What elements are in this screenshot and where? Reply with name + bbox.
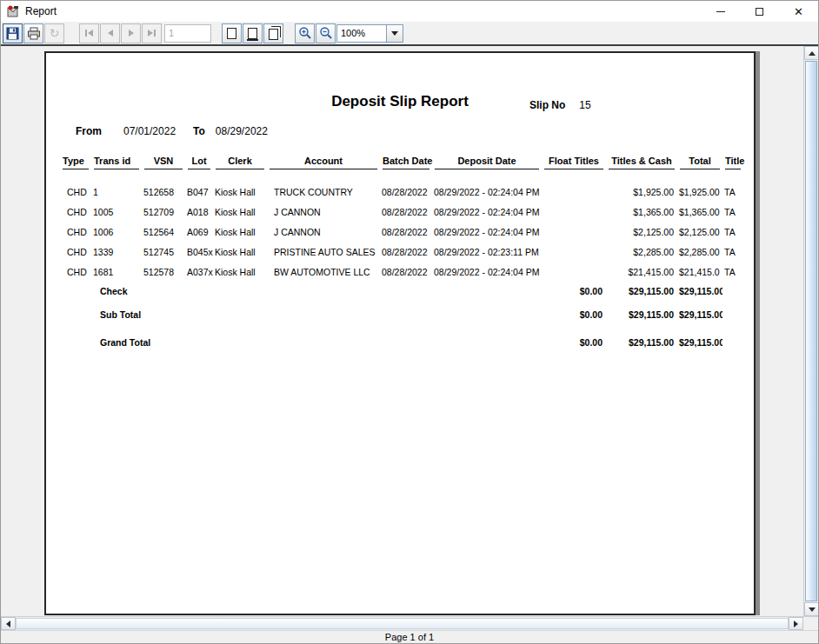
check-total-label: Check — [91, 282, 542, 301]
page-number-input[interactable] — [164, 24, 211, 43]
print-button[interactable] — [23, 23, 43, 43]
close-icon: ✕ — [794, 6, 803, 17]
cell-batch-date: 08/28/2022 — [380, 202, 432, 222]
cell-clerk: Kiosk Hall — [213, 202, 267, 222]
zoom-out-button[interactable] — [316, 23, 336, 43]
cell-lot: A037x — [185, 262, 213, 282]
from-value: 07/01/2022 — [123, 125, 176, 137]
previous-page-button[interactable] — [100, 23, 120, 43]
chevron-down-icon — [391, 31, 398, 36]
grand-total-total: $29,115.00 — [677, 333, 722, 352]
cell-lot: A018 — [185, 202, 213, 222]
triangle-right-icon — [794, 621, 798, 627]
cell-total: $1,925.00 — [677, 182, 722, 202]
scroll-right-button[interactable] — [789, 617, 803, 630]
close-button[interactable]: ✕ — [779, 1, 818, 22]
col-header-trans-id: Trans id — [91, 156, 142, 169]
scroll-down-button[interactable] — [804, 602, 818, 616]
report-title: Deposit Slip Report — [46, 93, 754, 110]
sub-total-titles-cash: $29,115.00 — [606, 305, 677, 324]
slip-number: Slip No15 — [529, 99, 591, 111]
check-total-row: Check $0.00 $29,115.00 $29,115.00 — [60, 282, 743, 301]
sub-total-label: Sub Total — [91, 305, 542, 324]
multi-page-view-button[interactable] — [263, 23, 283, 43]
cell-type: CHD — [60, 222, 91, 242]
save-icon — [6, 27, 19, 40]
next-page-button[interactable] — [121, 23, 141, 43]
col-header-account: Account — [267, 156, 380, 169]
cell-trans-id: 1006 — [91, 222, 142, 242]
report-viewport: Deposit Slip Report Slip No15 From 07/01… — [1, 46, 818, 616]
cell-title: TA — [722, 182, 743, 202]
vertical-scrollbar[interactable] — [803, 46, 818, 616]
cell-title: TA — [722, 242, 743, 262]
to-label: To — [193, 125, 205, 137]
page-width-icon — [248, 28, 257, 39]
cell-type: CHD — [60, 262, 91, 282]
cell-title: TA — [722, 222, 743, 242]
cell-batch-date: 08/28/2022 — [380, 262, 432, 282]
cell-total: $21,415.0 — [677, 262, 722, 282]
refresh-button[interactable]: ↻ — [44, 23, 64, 43]
first-page-button[interactable] — [79, 23, 99, 43]
from-label: From — [76, 125, 102, 137]
cell-type: CHD — [60, 182, 91, 202]
to-value: 08/29/2022 — [216, 125, 268, 137]
check-total: $29,115.00 — [677, 282, 722, 301]
grand-total-float-titles: $0.00 — [542, 333, 606, 352]
zoom-in-icon — [298, 26, 312, 40]
cell-title: TA — [722, 202, 743, 222]
maximize-icon — [756, 8, 763, 16]
cell-account: TRUCK COUNTRY — [267, 182, 380, 202]
cell-total: $1,365.00 — [677, 202, 722, 222]
table-row: CHD 1005 512709 A018 Kiosk Hall J CANNON… — [60, 202, 743, 222]
zoom-dropdown-button[interactable] — [387, 24, 403, 43]
horizontal-scrollbar-thumb[interactable] — [16, 618, 789, 629]
print-icon — [27, 27, 41, 40]
cell-clerk: Kiosk Hall — [213, 242, 267, 262]
cell-account: J CANNON — [267, 202, 380, 222]
col-header-float-titles: Float Titles — [542, 156, 606, 169]
vertical-scrollbar-thumb[interactable] — [805, 61, 817, 601]
cell-title: TA — [722, 262, 743, 282]
scroll-up-button[interactable] — [804, 46, 818, 60]
window-title: Report — [25, 5, 57, 17]
cell-trans-id: 1339 — [91, 242, 142, 262]
report-window: Report ✕ ↻ — [0, 0, 819, 644]
cell-deposit-date: 08/29/2022 - 02:24:04 PM — [432, 182, 542, 202]
cell-total: $2,285.00 — [677, 242, 722, 262]
cell-trans-id: 1005 — [91, 202, 142, 222]
table-row: CHD 1006 512564 A069 Kiosk Hall J CANNON… — [60, 222, 743, 242]
table-row: CHD 1339 512745 B045x Kiosk Hall PRISTIN… — [60, 242, 743, 262]
minimize-button[interactable] — [701, 1, 740, 22]
col-header-titles-cash: Titles & Cash — [606, 156, 677, 169]
zoom-in-button[interactable] — [295, 23, 315, 43]
page-width-view-button[interactable] — [243, 23, 263, 43]
cell-lot: B047 — [185, 182, 213, 202]
maximize-button[interactable] — [740, 1, 779, 22]
horizontal-scrollbar[interactable] — [1, 616, 818, 630]
horizontal-scrollbar-track[interactable] — [16, 617, 789, 630]
first-page-icon — [85, 30, 93, 37]
cell-batch-date: 08/28/2022 — [380, 222, 432, 242]
cell-account: PRISTINE AUTO SALES — [267, 242, 380, 262]
cell-clerk: Kiosk Hall — [213, 182, 267, 202]
cell-vsn: 512658 — [142, 182, 185, 202]
last-page-button[interactable] — [142, 23, 162, 43]
table-row: CHD 1 512658 B047 Kiosk Hall TRUCK COUNT… — [60, 182, 743, 202]
triangle-down-icon — [809, 607, 816, 612]
page-info: Page 1 of 1 — [385, 632, 434, 642]
previous-page-icon — [108, 30, 113, 37]
report-page: Deposit Slip Report Slip No15 From 07/01… — [44, 51, 756, 615]
cell-batch-date: 08/28/2022 — [380, 242, 432, 262]
save-button[interactable] — [3, 23, 23, 43]
app-icon — [6, 4, 20, 18]
statusbar: Page 1 of 1 — [1, 630, 818, 643]
single-page-view-button[interactable] — [222, 23, 242, 43]
toolbar: ↻ — [1, 22, 818, 46]
zoom-out-icon — [319, 26, 333, 40]
triangle-up-icon — [809, 51, 816, 56]
zoom-level-input[interactable] — [336, 24, 387, 43]
cell-deposit-date: 08/29/2022 - 02:24:04 PM — [432, 202, 542, 222]
scroll-left-button[interactable] — [1, 617, 16, 630]
